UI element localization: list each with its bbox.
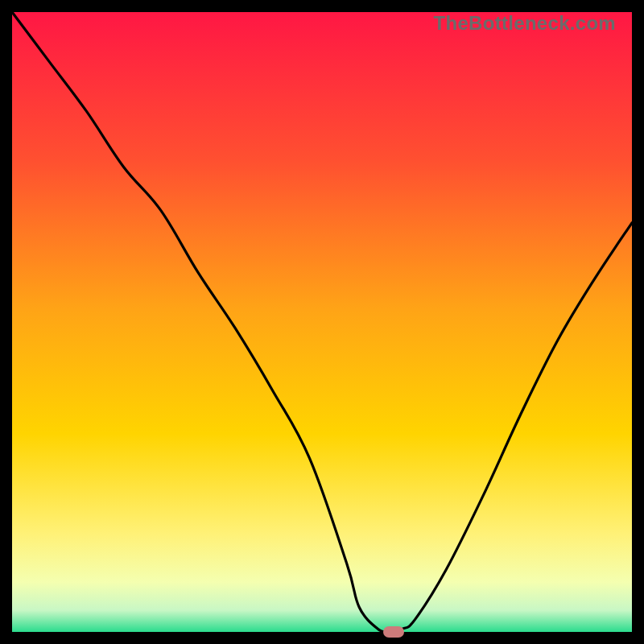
watermark-text: TheBottleneck.com xyxy=(434,12,616,35)
chart-canvas xyxy=(12,12,632,632)
gradient-background xyxy=(12,12,632,632)
optimal-point-marker xyxy=(383,626,404,638)
chart-frame: TheBottleneck.com xyxy=(12,12,632,632)
